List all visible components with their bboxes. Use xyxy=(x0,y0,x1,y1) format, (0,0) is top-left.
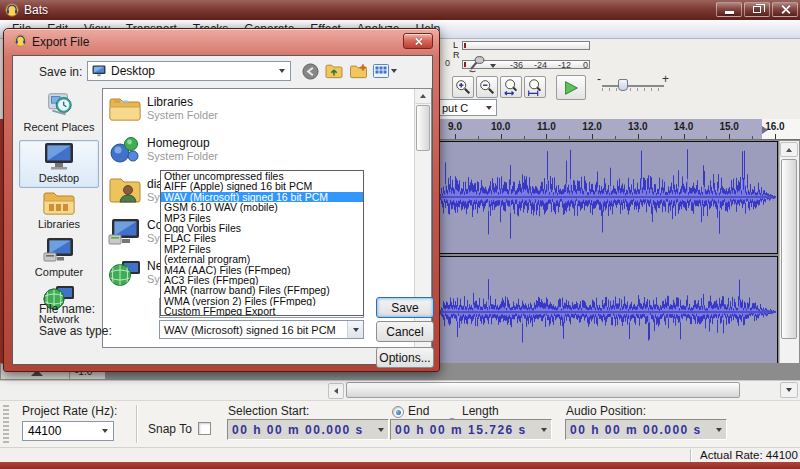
end-radio[interactable] xyxy=(392,406,404,418)
zoom-out-button[interactable] xyxy=(476,76,498,98)
save-in-value: Desktop xyxy=(111,64,155,78)
format-option[interactable]: WAV (Microsoft) signed 16 bit PCM xyxy=(161,192,363,202)
minimize-button[interactable] xyxy=(716,2,742,17)
audio-position-arrow-icon xyxy=(716,428,722,432)
play-icon xyxy=(562,79,580,97)
scroll-left-icon xyxy=(334,388,338,394)
mixer-zero-label: 0 xyxy=(445,58,450,68)
selection-end-value: 00 h 00 m 15.726 s xyxy=(395,423,541,437)
options-button-label: Options... xyxy=(379,351,430,365)
list-scroll-up-button[interactable] xyxy=(415,89,431,104)
format-option[interactable]: AC3 Files (FFmpeg) xyxy=(161,275,363,285)
close-icon xyxy=(781,5,790,14)
toolbar-grip[interactable] xyxy=(3,405,9,443)
dialog-title: Export File xyxy=(32,35,89,49)
waveform-track-1 xyxy=(438,142,777,253)
zoom-out-icon xyxy=(478,78,496,96)
project-rate-label: Project Rate (Hz): xyxy=(22,404,117,418)
back-icon xyxy=(302,63,319,80)
save-as-type-value: WAV (Microsoft) signed 16 bit PCM xyxy=(160,324,336,336)
play-at-speed-button[interactable] xyxy=(556,75,586,100)
meter-bar-left xyxy=(462,41,590,50)
format-option[interactable]: M4A (AAC) Files (FFmpeg) xyxy=(161,265,363,275)
vertical-scrollbar-thumb[interactable] xyxy=(781,159,797,339)
place-libraries[interactable]: Libraries xyxy=(19,189,99,237)
zoom-in-button[interactable] xyxy=(452,76,474,98)
waveform-track-2 xyxy=(438,257,777,368)
place-recent-places[interactable]: Recent Places xyxy=(19,90,99,138)
scroll-up-button[interactable] xyxy=(780,142,798,157)
selection-end-field[interactable]: 00 h 00 m 15.726 s xyxy=(390,419,552,440)
place-computer[interactable]: Computer xyxy=(19,235,99,283)
list-scroll-up-icon xyxy=(420,94,426,98)
cancel-button[interactable]: Cancel xyxy=(376,321,434,342)
save-as-type-arrow-icon xyxy=(353,328,359,332)
selection-end-arrow-icon xyxy=(541,428,547,432)
restore-button[interactable] xyxy=(744,2,770,17)
device-combo[interactable]: put C xyxy=(437,99,497,116)
device-combo-value: put C xyxy=(442,102,468,114)
save-as-type-label: Save as type: xyxy=(39,324,112,338)
microphone-icon[interactable] xyxy=(466,55,486,73)
format-option[interactable]: WMA (version 2) Files (FFmpeg) xyxy=(161,296,363,306)
back-button[interactable] xyxy=(301,62,319,80)
audio-position-field[interactable]: 00 h 00 m 00.000 s xyxy=(565,419,727,440)
fit-selection-button[interactable] xyxy=(500,76,522,98)
ruler-major-tick xyxy=(501,134,502,139)
selection-start-label: Selection Start: xyxy=(228,404,309,418)
format-option[interactable]: MP2 Files xyxy=(161,244,363,254)
format-option[interactable]: FLAC Files xyxy=(161,233,363,243)
ruler-major-tick xyxy=(455,134,456,139)
save-button[interactable]: Save xyxy=(376,297,434,318)
dialog-close-button[interactable] xyxy=(403,33,433,49)
views-menu-button[interactable] xyxy=(372,62,398,80)
list-scrollbar-thumb[interactable] xyxy=(416,105,430,151)
format-option[interactable]: Ogg Vorbis Files xyxy=(161,223,363,233)
new-folder-button[interactable] xyxy=(348,62,368,80)
format-option[interactable]: GSM 6.10 WAV (mobile) xyxy=(161,202,363,212)
fit-project-button[interactable] xyxy=(524,76,546,98)
horizontal-scrollbar-thumb[interactable] xyxy=(346,382,740,398)
speed-slider-minus-label: - xyxy=(597,72,601,86)
speed-slider-ticks xyxy=(602,88,664,91)
file-item-name[interactable]: Libraries xyxy=(147,95,193,109)
scroll-left-button[interactable] xyxy=(328,383,344,399)
mic-dropdown-icon[interactable] xyxy=(490,64,496,68)
user-folder-icon xyxy=(108,174,142,208)
desktop-strip xyxy=(0,462,800,469)
place-desktop[interactable]: Desktop xyxy=(19,140,99,188)
audio-track-1[interactable] xyxy=(437,141,778,254)
db-scale-24: -24 xyxy=(534,60,547,70)
ruler-tick-label: 15.0 xyxy=(713,121,745,132)
place-label: Libraries xyxy=(38,218,80,230)
selection-start-arrow-icon xyxy=(378,428,384,432)
format-option[interactable]: AMR (narrow band) Files (FFmpeg) xyxy=(161,285,363,295)
file-item-name[interactable]: Homegroup xyxy=(147,136,210,150)
options-button[interactable]: Options... xyxy=(376,347,434,368)
computer-item-icon xyxy=(108,215,142,249)
meter-left-label: L xyxy=(453,40,458,50)
ruler-minor-tick xyxy=(706,136,707,139)
speed-slider-thumb[interactable] xyxy=(618,79,628,91)
save-as-type-combo[interactable]: WAV (Microsoft) signed 16 bit PCM xyxy=(159,320,364,339)
selection-start-value: 00 h 00 m 00.000 s xyxy=(232,423,378,437)
views-icon xyxy=(373,64,389,78)
up-one-level-button[interactable] xyxy=(324,62,344,80)
save-in-combo[interactable]: Desktop xyxy=(87,61,291,81)
format-option[interactable]: MP3 Files xyxy=(161,213,363,223)
format-option[interactable]: (external program) xyxy=(161,254,363,264)
audio-track-2[interactable] xyxy=(437,256,778,369)
timeline-ruler[interactable]: 9.010.011.012.013.014.015.016.0 xyxy=(437,119,800,140)
speed-slider-track[interactable] xyxy=(602,85,664,87)
format-option[interactable]: Custom FFmpeg Export xyxy=(161,306,363,316)
format-option[interactable]: Other uncompressed files xyxy=(161,171,363,181)
project-rate-combo[interactable]: 44100 xyxy=(22,421,114,441)
selection-start-field[interactable]: 00 h 00 m 00.000 s xyxy=(227,419,389,440)
ruler-minor-tick xyxy=(524,136,525,139)
close-button[interactable] xyxy=(772,2,798,17)
scroll-down-button[interactable] xyxy=(780,382,798,398)
snap-to-checkbox[interactable] xyxy=(198,422,211,435)
save-as-type-arrow-button[interactable] xyxy=(347,321,363,338)
ruler-minor-tick xyxy=(478,136,479,139)
format-option[interactable]: AIFF (Apple) signed 16 bit PCM xyxy=(161,181,363,191)
